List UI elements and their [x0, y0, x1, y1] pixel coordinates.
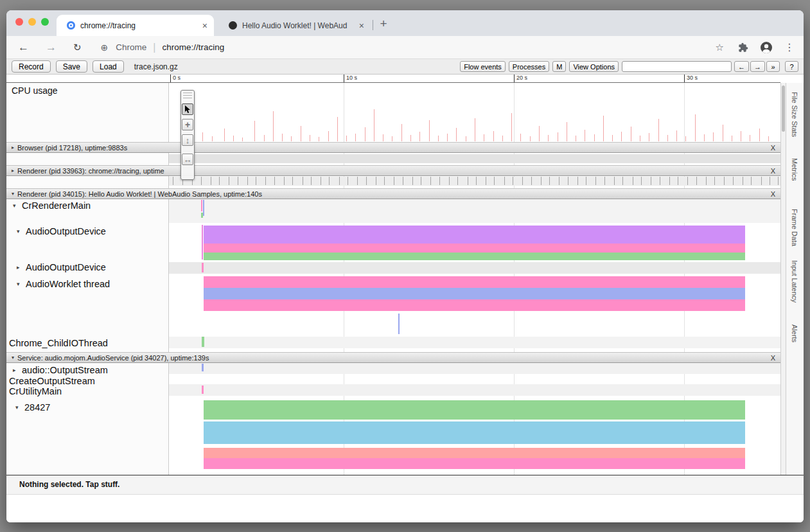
profile-avatar[interactable] [760, 41, 773, 54]
find-input[interactable] [622, 61, 732, 72]
help-button[interactable]: ? [785, 61, 798, 72]
process-header-audio-service[interactable]: ▾ Service: audio.mojom.AudioService (pid… [6, 352, 780, 363]
close-process-button[interactable]: X [771, 354, 775, 362]
row-stripe [169, 384, 780, 396]
tab-webaudio-sample[interactable]: Hello Audio Worklet! | WebAud × [218, 15, 371, 36]
view-options-button[interactable]: View Options [569, 61, 619, 72]
twisty-icon[interactable]: ▸ [12, 168, 14, 173]
twisty-icon[interactable]: ▾ [12, 355, 14, 360]
row-stripe [169, 337, 780, 348]
ruler-tick [684, 75, 685, 82]
site-label: Chrome [116, 42, 146, 52]
pan-tool-button[interactable]: + [182, 119, 193, 130]
flow-events-button[interactable]: Flow events [460, 61, 506, 72]
trace-filename: trace.json.gz [134, 62, 178, 71]
tab-strip: chrome://tracing × Hello Audio Worklet! … [6, 10, 804, 36]
thread-row-chrome-child-io: Chrome_ChildIOThread [9, 337, 108, 349]
process-header-renderer-webaudio[interactable]: ▾ Renderer (pid 34015): Hello Audio Work… [6, 188, 780, 199]
reload-icon[interactable]: ↻ [73, 42, 82, 53]
twisty-icon[interactable]: ▸ [17, 264, 26, 270]
tab-favicon-webaudio [229, 21, 237, 30]
browser-window: chrome://tracing × Hello Audio Worklet! … [6, 10, 804, 522]
thread-label: 28427 [24, 402, 50, 412]
ruler-tick-label: 0 s [173, 75, 180, 81]
extensions-puzzle-icon[interactable] [738, 42, 748, 53]
thread-label: AudioOutputDevice [26, 262, 106, 272]
cpu-spike-layer [169, 83, 780, 141]
traffic-light-close[interactable] [15, 18, 23, 26]
twisty-icon[interactable]: ▾ [17, 281, 26, 287]
page-info-icon[interactable]: ⊕ [101, 42, 109, 53]
process-header-label: Renderer (pid 33963): chrome://tracing, … [17, 167, 164, 175]
close-process-button[interactable]: X [771, 144, 775, 152]
process-header-label: Service: audio.mojom.AudioService (pid 3… [17, 354, 209, 362]
side-tab-rail: File Size Stats Metrics Frame Data Input… [786, 83, 804, 475]
cpu-usage-label: CPU usage [12, 85, 58, 96]
renderer-tick-layer [169, 177, 780, 186]
processes-button[interactable]: Processes [509, 61, 549, 72]
thread-label: audio::OutputStream [22, 365, 108, 375]
browser-track-band [169, 154, 780, 163]
twisty-icon[interactable]: ▸ [12, 145, 14, 150]
tab-chrome-tracing[interactable]: chrome://tracing × [57, 15, 214, 36]
traffic-light-minimize[interactable] [28, 18, 36, 26]
record-button[interactable]: Record [12, 60, 51, 73]
tab-close-icon[interactable]: × [359, 21, 364, 31]
thread-row-28427[interactable]: ▾ 28427 [15, 402, 50, 413]
tab-close-icon[interactable]: × [202, 21, 207, 31]
back-icon[interactable]: ← [18, 41, 29, 54]
thread-row-audio-output-device-1[interactable]: ▾ AudioOutputDevice [17, 226, 106, 237]
find-more-button[interactable]: » [766, 61, 780, 72]
thread-row-audio-output-stream[interactable]: ▸ audio::OutputStream [13, 364, 108, 376]
status-message: Nothing selected. Tap stuff. [19, 480, 119, 489]
traffic-light-zoom[interactable] [41, 18, 49, 26]
thread-label: CrRendererMain [22, 200, 91, 211]
thread-row-cr-renderer-main[interactable]: ▾ CrRendererMain [13, 200, 91, 211]
tab-metrics[interactable]: Metrics [791, 158, 798, 181]
bookmark-star-icon[interactable]: ☆ [716, 42, 724, 53]
palette-grip-handle[interactable] [183, 93, 192, 100]
menu-dots-icon[interactable]: ⋮ [784, 41, 795, 53]
metrics-button[interactable]: M [552, 61, 566, 72]
ruler-tick [514, 75, 515, 82]
row-stripe [169, 199, 780, 223]
save-button[interactable]: Save [56, 60, 87, 73]
vertical-scrollbar[interactable] [780, 83, 786, 475]
twisty-icon[interactable]: ▾ [15, 404, 24, 411]
url-text[interactable]: chrome://tracing [162, 42, 224, 52]
tab-frame-data[interactable]: Frame Data [791, 209, 798, 246]
tab-file-size-stats[interactable]: File Size Stats [791, 92, 798, 137]
timing-tool-button[interactable]: ↔ [182, 154, 193, 165]
thread-row-audio-worklet[interactable]: ▾ AudioWorklet thread [17, 278, 110, 290]
process-header-browser[interactable]: ▸ Browser (pid 17218), uptime:9883s X [6, 142, 780, 153]
time-ruler: 0 s 10 s 20 s 30 s [6, 75, 780, 83]
close-process-button[interactable]: X [771, 167, 775, 175]
ruler-tick-label: 20 s [516, 75, 527, 81]
find-prev-button[interactable]: ← [734, 61, 749, 72]
select-tool-button[interactable] [182, 103, 193, 115]
close-process-button[interactable]: X [771, 190, 775, 198]
process-header-renderer-tracing[interactable]: ▸ Renderer (pid 33963): chrome://tracing… [6, 165, 780, 176]
load-button[interactable]: Load [92, 60, 124, 73]
vertical-zoom-tool-button[interactable]: ↕ [182, 134, 193, 146]
thread-row-audio-output-device-2[interactable]: ▸ AudioOutputDevice [17, 262, 106, 273]
analysis-panel [6, 495, 804, 522]
audio-worklet-slices[interactable] [204, 276, 745, 311]
ruler-tick [170, 75, 171, 82]
twisty-icon[interactable]: ▾ [17, 228, 26, 235]
find-next-button[interactable]: → [750, 61, 765, 72]
process-header-label: Renderer (pid 34015): Hello Audio Workle… [17, 190, 262, 198]
thread-label: AudioOutputDevice [26, 226, 106, 236]
audio-output-device-slices[interactable] [204, 226, 745, 260]
audio-service-28427-slices[interactable] [204, 400, 745, 469]
twisty-icon[interactable]: ▾ [13, 202, 22, 209]
scrollbar-thumb[interactable] [782, 85, 785, 132]
tab-input-latency[interactable]: Input Latency [791, 260, 798, 303]
tab-alerts[interactable]: Alerts [791, 324, 798, 342]
thread-label: AudioWorklet thread [26, 279, 110, 289]
tab-divider [373, 20, 373, 30]
twisty-icon[interactable]: ▾ [12, 191, 14, 197]
forward-icon[interactable]: → [46, 41, 57, 54]
twisty-icon[interactable]: ▸ [13, 367, 22, 373]
new-tab-button[interactable]: + [376, 17, 391, 31]
